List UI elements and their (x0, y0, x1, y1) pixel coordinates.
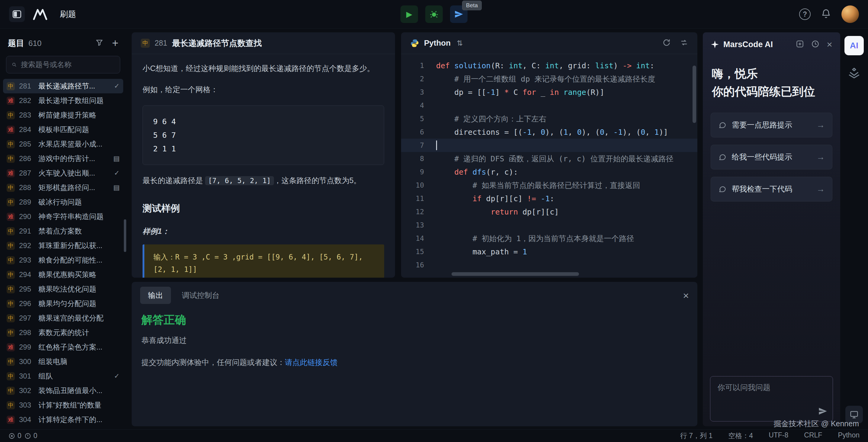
search-input[interactable] (21, 60, 115, 69)
code-line[interactable]: 10 # 如果当前节点的最长路径已经计算过，直接返回 (401, 179, 698, 192)
problem-number: 282 (19, 96, 34, 105)
problem-row[interactable]: 中 291 禁着点方案数 (3, 224, 123, 238)
problem-row[interactable]: 难 282 最长递增子数组问题 (3, 93, 123, 108)
watermark: 掘金技术社区 @ Kennem (774, 419, 859, 429)
code-line[interactable]: 12 return dp[r][c] (401, 205, 698, 218)
problem-row[interactable]: 中 285 水果店果篮最小成... (3, 137, 123, 151)
problem-row[interactable]: 难 284 模板串匹配问题 (3, 122, 123, 137)
problem-row[interactable]: 难 304 计算特定条件下的... (3, 412, 123, 427)
problem-row[interactable]: 中 292 算珠重新分配以获... (3, 238, 123, 253)
code-line[interactable]: 6 directions = [(-1, 0), (1, 0), (0, -1)… (401, 125, 698, 139)
marscode-logo-icon[interactable] (33, 8, 50, 21)
problem-row[interactable]: 中 283 树苗健康提升策略 (3, 108, 123, 122)
problem-row[interactable]: 中 298 素数元素的统计 (3, 325, 123, 340)
problem-row[interactable]: 中 303 计算"好数组"的数量 (3, 398, 123, 412)
notifications-button[interactable] (821, 8, 831, 20)
problem-row[interactable]: 难 290 神奇字符串构造问题 (3, 209, 123, 224)
console-close-button[interactable]: × (683, 290, 689, 301)
code-line[interactable]: 1 def solution(R: int, C: int, grid: lis… (401, 59, 698, 72)
code-line[interactable]: 15 max_path = 1 (401, 245, 698, 258)
arrow-right-icon: → (816, 152, 825, 162)
run-code-button[interactable]: ▶ (401, 5, 418, 23)
problem-row[interactable]: 中 294 糖果优惠购买策略 (3, 267, 123, 282)
problem-number: 294 (19, 270, 34, 279)
console-tab-输出[interactable]: 输出 (140, 287, 171, 304)
ai-question-input[interactable] (710, 377, 833, 421)
code-line[interactable]: 14 # 初始化为 1，因为当前节点本身就是一个路径 (401, 232, 698, 245)
editor-vertical-scrollbar[interactable] (692, 65, 696, 123)
status-item[interactable]: CRLF (804, 431, 822, 441)
problem-row[interactable]: 中 288 矩形棋盘路径问... ▤ (3, 180, 123, 195)
problem-number: 284 (19, 125, 34, 134)
new-chat-icon (796, 40, 804, 48)
difficulty-badge: 中 (7, 271, 15, 279)
problem-row[interactable]: 中 300 组装电脑 (3, 354, 123, 369)
problem-description[interactable]: 小C想知道，经过这种规则能找到的最长递减路径的节点个数是多少。 例如，给定一个网… (132, 54, 395, 278)
code-line[interactable]: 4 (401, 99, 698, 112)
help-button[interactable]: ? (799, 8, 811, 20)
console-tab-调试控制台[interactable]: 调试控制台 (174, 287, 227, 304)
code-line[interactable]: 3 dp = [[-1] * C for _ in range(R)] (401, 86, 698, 99)
code-line[interactable]: 5 # 定义四个方向：上下左右 (401, 112, 698, 125)
difficulty-badge: 中 (7, 82, 15, 90)
ai-suggestion-label: 给我一些代码提示 (732, 152, 792, 162)
language-switch-icon[interactable]: ⇅ (457, 39, 463, 48)
feedback-link[interactable]: 请点此链接反馈 (285, 358, 338, 366)
ai-suggestion-card[interactable]: 帮我检查一下代码 → (711, 177, 832, 202)
status-item[interactable]: 行 7，列 1 (680, 431, 712, 441)
add-problem-button[interactable]: + (112, 38, 118, 49)
code-lines[interactable]: 1 def solution(R: int, C: int, grid: lis… (401, 54, 698, 278)
result-subtitle: 恭喜成功通过 (141, 335, 688, 345)
code-line[interactable]: 16 (401, 258, 698, 272)
errors-indicator[interactable]: 0 (8, 432, 22, 440)
problem-row[interactable]: 中 296 糖果均匀分配问题 (3, 296, 123, 311)
sidebar-title: 题目 (8, 38, 24, 49)
problem-row[interactable]: 中 297 糖果迷宫的最优分配 (3, 311, 123, 325)
reset-code-button[interactable] (662, 38, 671, 48)
problem-row[interactable]: 中 293 粮食分配的可能性... (3, 253, 123, 267)
new-chat-button[interactable] (796, 40, 804, 49)
problem-row[interactable]: 中 295 糖果吃法优化问题 (3, 282, 123, 296)
problem-row[interactable]: 中 301 组队 ✓ (3, 369, 123, 383)
problem-row[interactable]: 中 281 最长递减路径节... ✓ (3, 79, 123, 93)
history-button[interactable] (811, 40, 819, 49)
ai-assistant-tab[interactable]: AI (844, 36, 864, 55)
ai-suggestion-card[interactable]: 给我一些代码提示 → (711, 145, 832, 170)
warnings-indicator[interactable]: 0 (25, 432, 37, 440)
status-item[interactable]: Python (838, 431, 860, 441)
code-line[interactable]: 2 # 用一个二维数组 dp 来记录每个位置的最长递减路径长度 (401, 72, 698, 86)
ai-input-box (710, 376, 833, 421)
filter-button[interactable] (95, 38, 103, 48)
status-item[interactable]: 空格：4 (728, 431, 753, 441)
line-number: 2 (401, 75, 424, 83)
code-line[interactable]: 13 (401, 218, 698, 232)
code-line[interactable]: 11 if dp[r][c] != -1: (401, 192, 698, 205)
code-line[interactable]: 9 def dfs(r, c): (401, 165, 698, 179)
status-item[interactable]: UTF-8 (769, 431, 788, 441)
problem-row[interactable]: 中 286 游戏中的伤害计... ▤ (3, 151, 123, 166)
problem-row[interactable]: 难 299 红色格子染色方案... (3, 340, 123, 354)
sidebar-scrollbar[interactable] (124, 219, 126, 252)
problem-row[interactable]: 中 289 破冰行动问题 (3, 195, 123, 209)
problem-list[interactable]: 中 281 最长递减路径节... ✓ 难 282 最长递增子数组问题 中 283… (0, 79, 126, 429)
editor-horizontal-scrollbar[interactable] (452, 272, 579, 276)
juejin-tab[interactable] (848, 67, 860, 80)
sidebar-toggle-button[interactable] (9, 6, 25, 22)
path-sentence: 最长的递减路径是 [7, 6, 5, 2, 1]，这条路径的节点数为5。 (143, 174, 384, 187)
problem-row[interactable]: 中 302 装饰品丑陋值最小... (3, 383, 123, 398)
ai-suggestion-card[interactable]: 需要一点思路提示 → (711, 113, 832, 138)
problem-status-icon: ▤ (113, 184, 120, 191)
problem-row-title: 最长递减路径节... (38, 81, 110, 91)
problem-row[interactable]: 难 287 火车驶入驶出顺... ✓ (3, 166, 123, 180)
refresh-icon (662, 38, 671, 47)
user-avatar[interactable] (841, 5, 859, 23)
problem-number: 285 (19, 140, 34, 148)
debug-run-button[interactable] (425, 5, 443, 23)
format-code-button[interactable] (680, 38, 688, 48)
ai-close-button[interactable]: × (827, 39, 832, 49)
code-line[interactable]: 7 (401, 139, 698, 152)
problem-status-icon: ✓ (114, 372, 120, 380)
difficulty-badge: 中 (7, 227, 15, 235)
code-line[interactable]: 8 # 递归的 DFS 函数，返回从 (r, c) 位置开始的最长递减路径 (401, 152, 698, 165)
ai-send-button[interactable] (818, 407, 827, 417)
